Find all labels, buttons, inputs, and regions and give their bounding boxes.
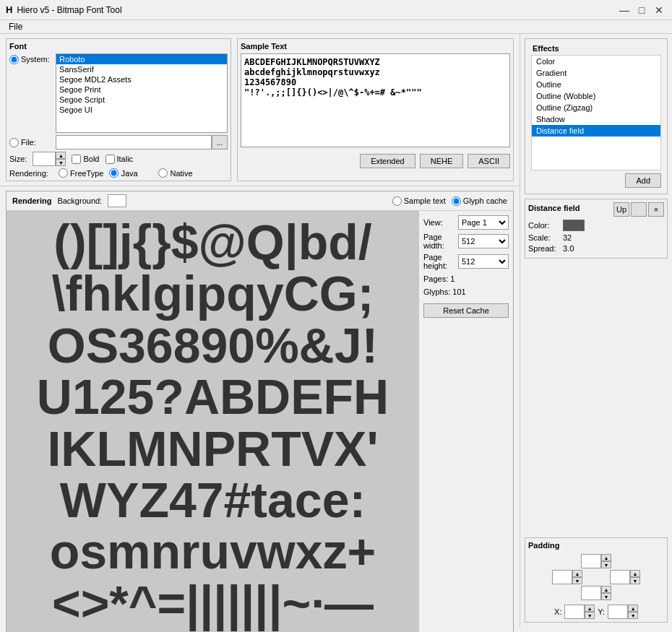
- x-down[interactable]: ▼: [585, 612, 595, 619]
- sample-text-view-radio[interactable]: [392, 196, 402, 206]
- file-radio[interactable]: [9, 138, 19, 147]
- system-radio[interactable]: [9, 55, 19, 64]
- df-color-swatch[interactable]: [563, 220, 585, 231]
- font-item-segoe-mdl2[interactable]: Segoe MDL2 Assets: [56, 74, 227, 85]
- font-item-segoe-print[interactable]: Segoe Print: [56, 85, 227, 95]
- background-label: Background:: [57, 196, 102, 205]
- font-item-roboto[interactable]: Roboto: [56, 54, 227, 64]
- effect-color[interactable]: Color: [532, 56, 660, 67]
- native-radio[interactable]: [158, 168, 168, 178]
- df-scale-row: Scale: 32: [528, 233, 664, 242]
- page-width-label: Page width:: [423, 233, 458, 250]
- freetype-radio[interactable]: [59, 168, 68, 178]
- size-input[interactable]: 78: [33, 152, 56, 166]
- bold-checkbox[interactable]: [72, 155, 81, 164]
- size-up-button[interactable]: ▲: [56, 152, 66, 159]
- df-spread-value: 3.0: [563, 244, 574, 253]
- system-label: System:: [9, 53, 56, 64]
- sample-text-area[interactable]: ABCDEFGHIJKLMNOPQRSTUVWXYZ abcdefghijklm…: [241, 53, 510, 147]
- padding-left-input[interactable]: 3: [552, 570, 572, 584]
- padding-bottom-input[interactable]: 3: [581, 586, 601, 600]
- df-up-button[interactable]: Up: [613, 202, 629, 217]
- right-panel: Effects Color Gradient Outline Outline (…: [520, 34, 672, 627]
- effect-gradient[interactable]: Gradient: [532, 67, 660, 79]
- reset-cache-button[interactable]: Reset Cache: [423, 303, 509, 318]
- padding-grid: 3 ▲ ▼ 3 ▲ ▼: [528, 554, 664, 619]
- menu-item-file[interactable]: File: [4, 20, 27, 33]
- bold-checkbox-label[interactable]: Bold: [72, 155, 99, 164]
- effect-distance-field[interactable]: Distance field: [532, 125, 660, 137]
- background-color-swatch[interactable]: [108, 194, 126, 207]
- rendering-title: Rendering: [12, 196, 51, 205]
- rendering-section: Rendering Background: Sample text Glyph …: [6, 191, 514, 632]
- minimize-button[interactable]: —: [617, 3, 632, 17]
- extended-button[interactable]: Extended: [360, 154, 415, 168]
- java-radio[interactable]: [109, 168, 119, 178]
- effect-shadow[interactable]: Shadow: [532, 113, 660, 125]
- distance-field-title: Distance field: [528, 204, 580, 212]
- padding-right-down[interactable]: ▼: [630, 577, 640, 584]
- italic-checkbox[interactable]: [105, 155, 115, 164]
- size-down-button[interactable]: ▼: [56, 159, 66, 166]
- maximize-button[interactable]: □: [634, 3, 649, 17]
- xy-row: X: -6 ▲ ▼ Y: -6 ▲ ▼: [554, 605, 638, 619]
- app-icon: H: [6, 4, 12, 15]
- ascii-button[interactable]: ASCII: [468, 154, 510, 168]
- df-scale-value: 32: [563, 233, 572, 242]
- java-radio-label[interactable]: Java: [109, 168, 152, 178]
- view-dropdown[interactable]: Page 1: [458, 215, 509, 230]
- padding-top-up[interactable]: ▲: [601, 554, 611, 561]
- padding-top-spinner: 3 ▲ ▼: [581, 554, 611, 568]
- df-spread-label: Spread:: [528, 244, 563, 253]
- font-item-segoe-script[interactable]: Segoe Script: [56, 95, 227, 105]
- italic-checkbox-label[interactable]: Italic: [105, 155, 134, 164]
- df-spread-row: Spread: 3.0: [528, 244, 664, 253]
- padding-top-input[interactable]: 3: [581, 554, 601, 568]
- df-blank-button[interactable]: [631, 202, 647, 217]
- df-delete-button[interactable]: ×: [648, 202, 664, 217]
- size-spinner-buttons: ▲ ▼: [56, 152, 66, 166]
- x-buttons: ▲ ▼: [585, 605, 595, 619]
- page-width-dropdown[interactable]: 512: [458, 234, 509, 248]
- glyph-cache-radio-label[interactable]: Glyph cache: [452, 196, 507, 206]
- padding-left-up[interactable]: ▲: [572, 570, 582, 577]
- close-button[interactable]: ✕: [652, 3, 666, 17]
- file-row: File: ...: [9, 135, 228, 150]
- effect-outline[interactable]: Outline: [532, 79, 660, 90]
- rendering-options-row: Rendering: FreeType Java Native: [9, 168, 228, 178]
- freetype-radio-label[interactable]: FreeType: [59, 168, 103, 178]
- rendering-header-right: Sample text Glyph cache: [392, 196, 507, 206]
- padding-top-down[interactable]: ▼: [601, 561, 611, 568]
- glyph-canvas: ()[]j{}$@Q|bd/ \fhklgipqyCG; OS36890%&J!…: [7, 211, 419, 632]
- padding-right-up[interactable]: ▲: [630, 570, 640, 577]
- x-up[interactable]: ▲: [585, 605, 595, 612]
- y-input[interactable]: -6: [608, 605, 628, 619]
- left-panel: Font System: Roboto SansSerif Segoe MDL2…: [0, 34, 520, 627]
- y-buttons: ▲ ▼: [628, 605, 638, 619]
- nehe-button[interactable]: NEHE: [420, 154, 464, 168]
- padding-title: Padding: [528, 541, 664, 550]
- padding-right-spinner: 3 ▲ ▼: [610, 570, 640, 584]
- padding-bottom-up[interactable]: ▲: [601, 586, 611, 593]
- glyph-display: ()[]j{}$@Q|bd/ \fhklgipqyCG; OS36890%&J!…: [31, 211, 395, 632]
- padding-right-input[interactable]: 3: [610, 570, 630, 584]
- page-height-dropdown[interactable]: 512: [458, 254, 509, 269]
- font-item-sansserif[interactable]: SansSerif: [56, 64, 227, 74]
- effect-outline-zigzag[interactable]: Outline (Zigzag): [532, 102, 660, 113]
- font-item-segoe-ui[interactable]: Segoe UI: [56, 105, 227, 115]
- browse-button[interactable]: ...: [212, 135, 228, 150]
- font-listbox[interactable]: Roboto SansSerif Segoe MDL2 Assets Segoe…: [56, 53, 228, 133]
- padding-top-buttons: ▲ ▼: [601, 554, 611, 568]
- add-effect-button[interactable]: Add: [625, 173, 661, 188]
- effect-outline-wobble[interactable]: Outline (Wobble): [532, 90, 660, 102]
- glyph-cache-view-radio[interactable]: [452, 196, 461, 206]
- padding-bottom-down[interactable]: ▼: [601, 593, 611, 600]
- padding-left-down[interactable]: ▼: [572, 577, 582, 584]
- effects-list[interactable]: Color Gradient Outline Outline (Wobble) …: [531, 55, 661, 170]
- native-radio-label[interactable]: Native: [158, 168, 202, 178]
- sample-text-radio-label[interactable]: Sample text: [392, 196, 446, 206]
- file-path-input[interactable]: [56, 135, 212, 150]
- y-up[interactable]: ▲: [628, 605, 638, 612]
- y-down[interactable]: ▼: [628, 612, 638, 619]
- x-input[interactable]: -6: [564, 605, 585, 619]
